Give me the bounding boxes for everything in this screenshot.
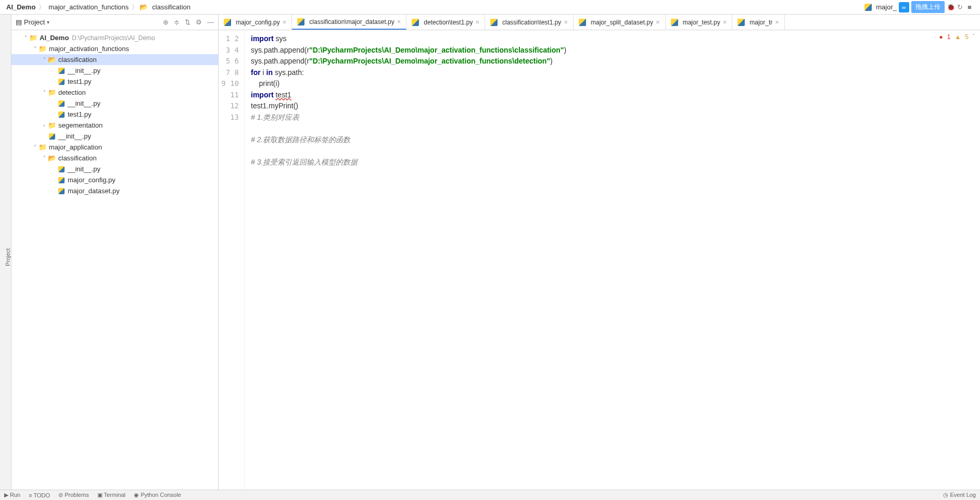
- status-eventlog[interactable]: ◷ Event Log: [943, 492, 976, 498]
- target-icon[interactable]: ⊕: [163, 18, 169, 26]
- tree-row[interactable]: major_dataset.py: [11, 185, 218, 196]
- crumb-1[interactable]: major_activation_functions: [46, 3, 131, 11]
- python-icon: [671, 19, 678, 26]
- editor-tab[interactable]: detection\test1.py×: [406, 15, 485, 30]
- project-tree[interactable]: ˅📁AI_DemoD:\PycharmProjects\AI_Demo˅📁maj…: [11, 30, 218, 490]
- close-icon[interactable]: ×: [283, 18, 287, 26]
- tree-arrow-icon[interactable]: ›: [41, 122, 48, 128]
- status-run[interactable]: ▶ Run: [4, 492, 20, 498]
- folder-icon: 📂: [48, 56, 56, 64]
- tab-label: detection\test1.py: [424, 19, 473, 26]
- editor-tab[interactable]: major_tr×: [732, 15, 785, 30]
- folder-icon: 📁: [39, 45, 47, 53]
- folder-icon: 📁: [39, 144, 47, 151]
- warning-count: 5: [965, 33, 969, 41]
- folder-icon: 📂: [139, 4, 148, 11]
- crumb-root[interactable]: AI_Demo: [4, 3, 37, 11]
- error-count: 1: [947, 33, 951, 41]
- collapse-icon[interactable]: ≑: [174, 18, 180, 26]
- editor-tab[interactable]: major_test.py×: [666, 15, 733, 30]
- python-file-icon: [57, 177, 66, 184]
- python-file-icon: [57, 111, 66, 118]
- tree-label: classification: [58, 56, 97, 64]
- tab-label: classification\major_dataset.py: [309, 18, 394, 26]
- tab-label: major_test.py: [683, 19, 720, 26]
- tree-row[interactable]: __init__.py: [11, 65, 218, 76]
- tree-row[interactable]: ˅📁detection: [11, 87, 218, 98]
- python-icon: [737, 19, 745, 26]
- tab-label: major_tr: [749, 19, 772, 26]
- chevron-right-icon: 〉: [131, 3, 139, 12]
- tree-row[interactable]: test1.py: [11, 76, 218, 87]
- python-icon: [297, 18, 304, 26]
- editor-tab[interactable]: major_split_dataset.py×: [574, 15, 666, 30]
- hide-icon[interactable]: —: [207, 18, 214, 26]
- tree-label: major_config.py: [68, 176, 116, 184]
- tree-arrow-icon[interactable]: ˅: [41, 57, 48, 63]
- python-file-icon: [57, 67, 66, 74]
- code-editor[interactable]: 1 2 3 4 5 6 7 8 9 10 11 12 13 import sys…: [219, 30, 980, 490]
- bug-icon[interactable]: 🐞: [947, 3, 955, 11]
- tree-arrow-icon[interactable]: ˅: [41, 155, 48, 161]
- python-icon: [579, 19, 586, 26]
- project-title[interactable]: Project: [24, 18, 45, 26]
- expand-icon[interactable]: ⇅: [185, 18, 190, 26]
- sidetab-project[interactable]: Project: [5, 25, 11, 490]
- folder-icon: ▤: [16, 18, 22, 26]
- tree-row[interactable]: __init__.py: [11, 98, 218, 109]
- code-content[interactable]: import sys sys.path.append(r"D:\PycharmP…: [245, 30, 980, 490]
- chevron-down-icon[interactable]: ▾: [47, 19, 49, 25]
- close-icon[interactable]: ×: [656, 18, 660, 26]
- close-icon[interactable]: ×: [397, 18, 401, 26]
- python-icon: [224, 19, 231, 26]
- tree-label: __init__.py: [68, 67, 100, 74]
- editor-tab[interactable]: major_config.py×: [219, 15, 292, 30]
- cloud-icon[interactable]: ∞: [899, 2, 909, 12]
- close-icon[interactable]: ×: [475, 18, 479, 26]
- tree-arrow-icon[interactable]: ˅: [31, 144, 39, 150]
- tree-row[interactable]: ˅📂classification: [11, 54, 218, 65]
- status-todo[interactable]: ≡ TODO: [29, 492, 50, 498]
- project-panel-header: ▤ Project ▾ ⊕ ≑ ⇅ ⚙ —: [11, 15, 218, 30]
- tree-row[interactable]: __init__.py: [11, 131, 218, 142]
- tree-row[interactable]: ›📁segementation: [11, 120, 218, 131]
- tree-row[interactable]: ˅📁major_activation_functions: [11, 43, 218, 54]
- run-config-name[interactable]: major_: [876, 3, 897, 11]
- chevron-icon[interactable]: ˆ: [973, 33, 975, 41]
- refresh-icon[interactable]: ↻: [957, 3, 965, 11]
- tree-label: major_application: [49, 143, 102, 151]
- folder-icon: 📁: [48, 122, 56, 129]
- tree-row[interactable]: ˅📁major_application: [11, 142, 218, 153]
- inspection-widget[interactable]: ●1 ▲5 ˆ: [939, 33, 975, 41]
- tree-path: D:\PycharmProjects\AI_Demo: [72, 34, 155, 42]
- tree-arrow-icon[interactable]: ˅: [31, 46, 39, 52]
- tree-label: __init__.py: [68, 99, 100, 107]
- stop-icon[interactable]: ■: [968, 3, 976, 11]
- error-icon: ●: [939, 33, 943, 41]
- tree-arrow-icon[interactable]: ˅: [22, 35, 29, 41]
- tree-row[interactable]: ˅📂classification: [11, 153, 218, 164]
- python-icon: [412, 19, 419, 26]
- editor-tab[interactable]: classification\major_dataset.py×: [292, 15, 406, 30]
- tree-row[interactable]: major_config.py: [11, 174, 218, 185]
- close-icon[interactable]: ×: [775, 18, 779, 26]
- tree-row[interactable]: ˅📁AI_DemoD:\PycharmProjects\AI_Demo: [11, 32, 218, 43]
- close-icon[interactable]: ×: [564, 18, 568, 26]
- status-problems[interactable]: ⊘ Problems: [58, 492, 89, 498]
- close-icon[interactable]: ×: [723, 18, 727, 26]
- tree-arrow-icon[interactable]: ˅: [41, 90, 48, 95]
- crumb-2[interactable]: classification: [150, 3, 193, 11]
- upload-button[interactable]: 拖拽上传: [911, 1, 945, 13]
- editor-tab[interactable]: classification\test1.py×: [485, 15, 574, 30]
- tree-label: AI_Demo: [40, 34, 69, 42]
- tree-row[interactable]: test1.py: [11, 109, 218, 120]
- breadcrumb-bar: AI_Demo 〉 major_activation_functions 〉 📂…: [0, 0, 980, 15]
- status-pyconsole[interactable]: ◉ Python Console: [134, 492, 181, 498]
- python-icon: [864, 4, 872, 11]
- chevron-right-icon: 〉: [37, 3, 46, 12]
- gear-icon[interactable]: ⚙: [196, 18, 202, 26]
- python-icon: [490, 19, 498, 26]
- tree-row[interactable]: __init__.py: [11, 164, 218, 174]
- tab-label: major_split_dataset.py: [591, 19, 653, 26]
- status-terminal[interactable]: ▣ Terminal: [97, 492, 125, 498]
